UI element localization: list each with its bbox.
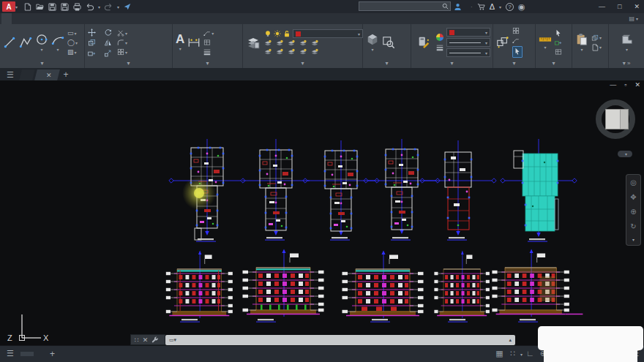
leader-tool-icon[interactable] bbox=[203, 29, 211, 37]
app-logo-icon[interactable]: A bbox=[2, 1, 15, 12]
snap-caret-icon[interactable]: ▾ bbox=[520, 352, 523, 357]
autodesk-icon[interactable]: Δ bbox=[490, 2, 495, 11]
search-icon[interactable] bbox=[442, 3, 449, 10]
save-icon[interactable] bbox=[48, 3, 56, 11]
minimize-button[interactable]: — bbox=[599, 3, 605, 10]
group-selection-toggle[interactable] bbox=[512, 46, 523, 58]
tab-home[interactable] bbox=[1, 13, 12, 24]
viewcube[interactable] bbox=[590, 88, 644, 167]
open-file-icon[interactable] bbox=[36, 3, 44, 11]
copy-tool[interactable] bbox=[88, 39, 98, 47]
redo-caret-icon[interactable]: ▾ bbox=[117, 4, 119, 10]
app-menu-caret-icon[interactable]: ▾ bbox=[15, 4, 18, 10]
restore-button[interactable]: □ bbox=[618, 3, 621, 10]
stretch-tool[interactable] bbox=[88, 49, 98, 57]
close-document-icon[interactable]: ✕ bbox=[46, 72, 52, 79]
layer-dropdown[interactable]: ▾ bbox=[293, 29, 363, 38]
dimension-tool[interactable] bbox=[187, 36, 201, 50]
navigation-bar[interactable]: ◎ ✥ ⊕ ↻ ▾ bbox=[626, 174, 641, 246]
layer-tool-icon[interactable] bbox=[299, 48, 307, 56]
redo-icon[interactable] bbox=[105, 3, 113, 11]
tab-parametric[interactable] bbox=[32, 13, 42, 24]
tab-featured-apps[interactable] bbox=[104, 13, 114, 24]
drawing-restore-button[interactable]: ▫ bbox=[624, 81, 626, 88]
drawing-close-button[interactable]: ✕ bbox=[634, 81, 640, 88]
share-button[interactable] bbox=[124, 3, 133, 10]
layer-tool-icon[interactable] bbox=[288, 39, 295, 47]
base-view-button[interactable]: ▾ bbox=[621, 33, 634, 53]
layer-properties-button[interactable] bbox=[246, 35, 261, 50]
new-file-icon[interactable] bbox=[23, 3, 31, 11]
layout1-tab[interactable] bbox=[34, 352, 47, 356]
scale-tool[interactable] bbox=[104, 49, 114, 57]
annotation-extra-icon[interactable] bbox=[203, 48, 211, 56]
elevation-5[interactable] bbox=[492, 249, 583, 317]
move-tool[interactable] bbox=[88, 29, 98, 37]
mirror-tool[interactable] bbox=[104, 39, 114, 47]
layer-unlock-icon[interactable] bbox=[283, 30, 291, 37]
panel-label-modify[interactable]: ▾ bbox=[85, 59, 172, 68]
line-tool[interactable] bbox=[3, 36, 16, 50]
cut-clip-icon[interactable] bbox=[591, 44, 599, 51]
viewcube-cube[interactable] bbox=[605, 109, 629, 129]
undo-icon[interactable] bbox=[86, 3, 94, 11]
layer-thaw-icon[interactable] bbox=[274, 30, 281, 37]
zoom-icon[interactable]: ⊕ bbox=[630, 208, 636, 216]
ortho-mode-toggle[interactable]: ∟ bbox=[525, 348, 536, 359]
command-input-area[interactable]: ▭▾ ▴ bbox=[165, 335, 515, 345]
save-as-icon[interactable] bbox=[61, 3, 69, 11]
new-drawing-tab-icon[interactable]: + bbox=[60, 69, 71, 80]
search-box[interactable] bbox=[359, 1, 451, 11]
insert-block-button[interactable]: ▾ bbox=[366, 33, 379, 53]
recent-commands-icon[interactable]: ▭▾ bbox=[169, 337, 176, 343]
panel-label-utilities[interactable]: ▾ bbox=[536, 59, 572, 68]
file-tab-start[interactable] bbox=[19, 69, 35, 80]
panel-label-groups[interactable]: ▾ bbox=[493, 59, 535, 68]
tab-insert[interactable] bbox=[12, 13, 22, 24]
command-bar-grip[interactable]: ∷ ✕ bbox=[130, 334, 165, 345]
command-grip-icon[interactable]: ∷ bbox=[135, 336, 139, 344]
fillet-tool-icon[interactable] bbox=[117, 39, 124, 46]
tab-view[interactable] bbox=[42, 13, 53, 24]
viewcube-right-face[interactable] bbox=[620, 110, 628, 129]
arc-tool[interactable]: ▾ bbox=[51, 33, 64, 53]
linetype-dropdown[interactable]: ▾ bbox=[446, 48, 490, 57]
layer-tool-icon[interactable] bbox=[276, 39, 283, 47]
help-icon[interactable]: ? bbox=[506, 3, 514, 11]
id-point-icon[interactable] bbox=[555, 48, 562, 56]
floor-plan-1[interactable] bbox=[182, 147, 224, 240]
trim-tool-icon[interactable] bbox=[117, 29, 124, 37]
panel-label-block[interactable]: ▾ bbox=[363, 59, 411, 68]
rectangle-tool-icon[interactable]: ▭ bbox=[67, 29, 74, 37]
tab-collaborate[interactable] bbox=[83, 13, 94, 24]
new-layout-icon[interactable]: + bbox=[47, 349, 58, 360]
feedback-icon[interactable]: ◉ bbox=[518, 2, 525, 12]
close-button[interactable]: ✕ bbox=[634, 3, 640, 10]
rotate-tool[interactable] bbox=[104, 29, 114, 37]
navbar-more-icon[interactable]: ▾ bbox=[632, 237, 634, 242]
ribbon-display-icon[interactable]: ▤ bbox=[629, 15, 634, 22]
elevation-2[interactable] bbox=[243, 249, 324, 317]
navigation-wheel-icon[interactable]: ◎ bbox=[630, 178, 637, 186]
autodesk-caret-icon[interactable]: ▾ bbox=[499, 4, 501, 10]
match-properties-button[interactable] bbox=[414, 36, 433, 50]
panel-label-annotation[interactable]: ▾ bbox=[173, 59, 242, 68]
layer-tool-icon[interactable] bbox=[276, 48, 283, 56]
tab-express-tools[interactable] bbox=[94, 13, 104, 24]
app-store-cart-icon[interactable] bbox=[477, 3, 485, 11]
polyline-tool[interactable] bbox=[19, 36, 32, 50]
group-button[interactable] bbox=[496, 36, 509, 50]
text-tool[interactable]: A▾ bbox=[176, 33, 184, 52]
ucs-icon[interactable]: Z X bbox=[7, 314, 49, 342]
snap-mode-toggle[interactable]: ∷ bbox=[507, 348, 518, 359]
file-tab-document[interactable]: ✕ bbox=[34, 69, 59, 80]
ellipse-tool-icon[interactable]: ◯ bbox=[67, 39, 75, 46]
tab-manage[interactable] bbox=[53, 13, 63, 24]
color-wheel-icon[interactable] bbox=[436, 34, 443, 41]
command-input[interactable] bbox=[180, 336, 505, 344]
undo-caret-icon[interactable]: ▾ bbox=[98, 4, 100, 10]
quick-select-icon[interactable] bbox=[555, 29, 562, 37]
command-expand-icon[interactable]: ▴ bbox=[509, 337, 512, 343]
panel-label-view[interactable]: ▾ » bbox=[609, 59, 644, 68]
layer-tool-icon[interactable] bbox=[264, 39, 272, 47]
